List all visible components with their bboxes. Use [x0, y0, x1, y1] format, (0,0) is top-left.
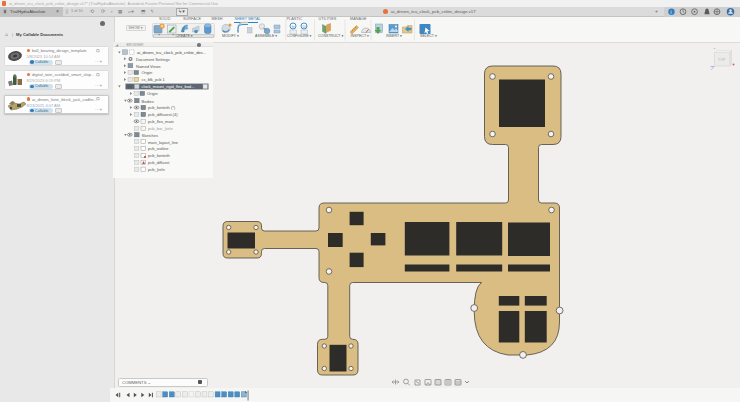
svg-text:clock_mount_rigid_flex_bod...: clock_mount_rigid_flex_bod...	[142, 84, 195, 89]
svg-text:Origin: Origin	[147, 91, 158, 96]
svg-text:main_layout_line: main_layout_line	[148, 139, 179, 144]
svg-text:pcb_flex_main: pcb_flex_main	[148, 119, 174, 124]
svg-text:pcb_fonteith: pcb_fonteith	[148, 153, 170, 158]
svg-text:pcb_outline: pcb_outline	[148, 146, 169, 151]
svg-text:Origin: Origin	[142, 70, 153, 75]
svg-text:ai_driven_tcu_clock_pcb_cnkte_: ai_driven_tcu_clock_pcb_cnkte_des...	[137, 49, 206, 54]
svg-text:Bodies: Bodies	[142, 98, 154, 103]
svg-text:pcb_diffusst: pcb_diffusst	[148, 160, 170, 165]
svg-text:pcb_(reln: pcb_(reln	[148, 167, 165, 172]
svg-text:TOP: TOP	[718, 58, 726, 62]
svg-text:Named Views: Named Views	[136, 63, 161, 68]
svg-text:pcb_bar_(reln: pcb_bar_(reln	[148, 126, 173, 131]
svg-text:Document Settings: Document Settings	[136, 56, 170, 61]
svg-text:Sketches: Sketches	[142, 132, 158, 137]
svg-text:cs_blk_pcb 1: cs_blk_pcb 1	[142, 77, 166, 82]
svg-text:pcb_diffusest (4): pcb_diffusest (4)	[148, 112, 178, 117]
svg-text:i: i	[671, 10, 672, 15]
svg-text:10: 10	[302, 24, 306, 28]
svg-text:fx: fx	[292, 23, 295, 28]
svg-text:pcb_fonteith (*): pcb_fonteith (*)	[148, 105, 176, 110]
